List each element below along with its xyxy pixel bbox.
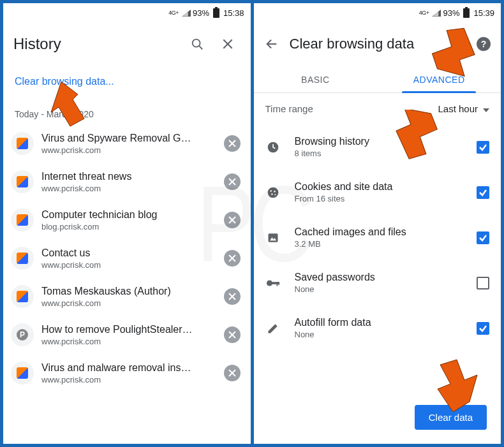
- favicon: [11, 132, 34, 155]
- favicon: [11, 362, 34, 385]
- checkbox[interactable]: [477, 277, 489, 289]
- delete-icon[interactable]: [224, 212, 241, 228]
- svg-point-22: [270, 190, 272, 192]
- time-range-value: Last hour: [438, 103, 478, 114]
- history-text: Tomas Meskauskas (Author)www.pcrisk.com: [41, 286, 216, 308]
- svg-marker-19: [483, 108, 489, 112]
- clear-item-text: Autofill form dataNone: [295, 317, 463, 339]
- key-icon: [265, 279, 281, 288]
- close-icon[interactable]: [215, 31, 241, 57]
- delete-icon[interactable]: [224, 288, 241, 305]
- time-range-label: Time range: [265, 103, 313, 114]
- clear-item-image[interactable]: Cached images and files3.2 MB: [265, 215, 490, 260]
- svg-point-23: [274, 191, 276, 193]
- battery-icon: [463, 8, 470, 18]
- back-icon[interactable]: [259, 31, 285, 57]
- history-item[interactable]: Tomas Meskauskas (Author)www.pcrisk.com: [3, 277, 251, 316]
- clear-item-text: Cookies and site dataFrom 16 sites: [295, 181, 463, 203]
- history-url: www.pcrisk.com: [41, 337, 216, 346]
- checkbox[interactable]: [477, 231, 489, 244]
- battery-percent: 93%: [193, 8, 209, 18]
- delete-icon[interactable]: [224, 365, 241, 381]
- clear-item-clock[interactable]: Browsing history8 items: [265, 124, 490, 170]
- history-title: Computer technician blog: [41, 209, 216, 221]
- clear-item-text: Browsing history8 items: [295, 136, 463, 158]
- clear-item-subtitle: 8 items: [295, 149, 463, 158]
- delete-icon[interactable]: [224, 250, 241, 267]
- clear-item-subtitle: 3.2 MB: [295, 239, 463, 249]
- status-bar: 4G+ 93% 15:39: [254, 3, 501, 22]
- history-url: www.pcrisk.com: [41, 184, 216, 193]
- svg-rect-31: [278, 282, 279, 285]
- svg-point-25: [274, 194, 276, 195]
- history-item[interactable]: Virus and malware removal ins…www.pcrisk…: [3, 354, 251, 392]
- history-url: blog.pcrisk.com: [41, 222, 216, 231]
- app-bar: Clear browsing data ?: [254, 22, 501, 66]
- history-screen: 4G+ 93% 15:38 History Clear browsing dat…: [3, 3, 251, 444]
- history-text: Internet threat newswww.pcrisk.com: [41, 171, 216, 193]
- clear-data-list: Browsing history8 itemsCookies and site …: [254, 124, 501, 351]
- network-indicator: 4G+: [168, 10, 179, 16]
- history-text: How to remove PoulightStealer…www.pcrisk…: [41, 324, 216, 346]
- history-text: Virus and malware removal ins…www.pcrisk…: [41, 362, 216, 385]
- svg-point-28: [266, 280, 272, 286]
- favicon: [11, 285, 34, 308]
- history-url: www.pcrisk.com: [41, 375, 216, 385]
- tab-advanced[interactable]: ADVANCED: [377, 66, 501, 92]
- clear-item-subtitle: None: [295, 284, 463, 294]
- clear-item-subtitle: None: [295, 330, 463, 339]
- history-text: Computer technician blogblog.pcrisk.com: [41, 209, 216, 231]
- svg-point-21: [267, 187, 278, 198]
- delete-icon[interactable]: [224, 173, 241, 190]
- svg-point-0: [192, 40, 200, 47]
- svg-line-1: [199, 46, 202, 49]
- clear-item-pencil[interactable]: Autofill form dataNone: [265, 305, 490, 351]
- clear-browsing-data-link[interactable]: Clear browsing data...: [3, 66, 251, 98]
- checkbox[interactable]: [477, 186, 489, 199]
- clock-icon: [265, 141, 281, 154]
- history-text: Contact uswww.pcrisk.com: [41, 247, 216, 270]
- time-range-selector[interactable]: Time range Last hour: [254, 93, 501, 124]
- battery-icon: [213, 8, 219, 18]
- clear-item-cookie[interactable]: Cookies and site dataFrom 16 sites: [265, 170, 490, 215]
- history-title: Contact us: [41, 247, 216, 259]
- delete-icon[interactable]: [224, 135, 241, 152]
- history-item[interactable]: Contact uswww.pcrisk.com: [3, 239, 251, 277]
- tabs: BASIC ADVANCED: [254, 66, 501, 93]
- history-list[interactable]: Virus and Spyware Removal G…www.pcrisk.c…: [3, 124, 251, 444]
- history-title: Internet threat news: [41, 171, 216, 182]
- pencil-icon: [265, 322, 281, 335]
- help-icon[interactable]: ?: [477, 37, 491, 51]
- history-title: Virus and malware removal ins…: [41, 362, 216, 374]
- chevron-down-icon: [483, 103, 489, 114]
- cookie-icon: [265, 186, 281, 199]
- clear-item-subtitle: From 16 sites: [295, 194, 463, 203]
- date-header: Today - March 2020: [3, 98, 251, 124]
- battery-percent: 93%: [443, 8, 459, 18]
- image-icon: [265, 231, 281, 244]
- history-url: www.pcrisk.com: [41, 145, 216, 155]
- history-title: Virus and Spyware Removal G…: [41, 133, 216, 144]
- checkbox[interactable]: [477, 322, 489, 335]
- favicon: [11, 209, 34, 231]
- favicon: [11, 170, 34, 193]
- history-item[interactable]: Virus and Spyware Removal G…www.pcrisk.c…: [3, 124, 251, 163]
- clear-item-title: Saved passwords: [295, 272, 463, 283]
- clear-item-key[interactable]: Saved passwordsNone: [265, 260, 490, 305]
- search-icon[interactable]: [184, 31, 210, 57]
- svg-rect-26: [268, 233, 278, 242]
- clear-data-button[interactable]: Clear data: [415, 405, 487, 430]
- history-url: www.pcrisk.com: [41, 298, 216, 308]
- page-title: Clear browsing data: [290, 36, 472, 52]
- clock: 15:39: [473, 8, 494, 18]
- history-item[interactable]: PHow to remove PoulightStealer…www.pcris…: [3, 316, 251, 354]
- delete-icon[interactable]: [224, 326, 241, 343]
- history-item[interactable]: Computer technician blogblog.pcrisk.com: [3, 201, 251, 239]
- checkbox[interactable]: [477, 141, 489, 154]
- tab-basic[interactable]: BASIC: [254, 66, 378, 92]
- clear-data-screen: 4G+ 93% 15:39 Clear browsing data ? BASI…: [254, 3, 501, 444]
- svg-point-24: [271, 193, 273, 195]
- network-indicator: 4G+: [419, 10, 429, 16]
- history-url: www.pcrisk.com: [41, 260, 216, 270]
- history-item[interactable]: Internet threat newswww.pcrisk.com: [3, 163, 251, 201]
